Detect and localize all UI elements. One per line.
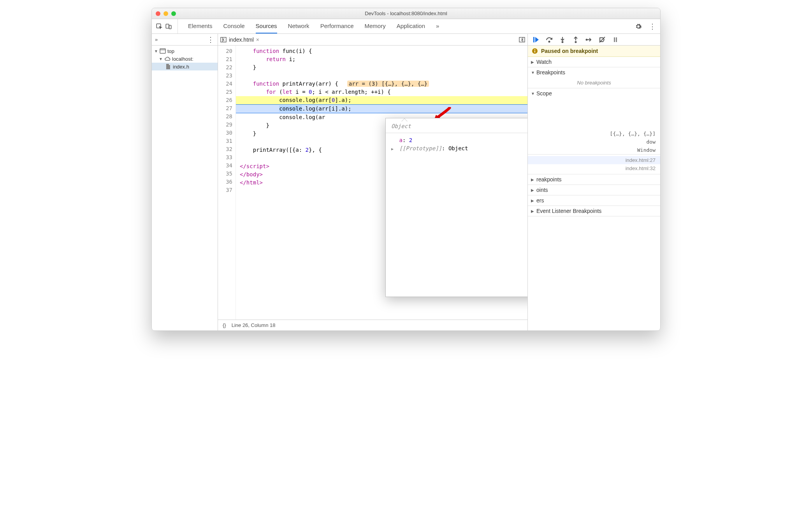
inspect-element-icon[interactable] <box>156 23 163 30</box>
window-titlebar: DevTools - localhost:8080/index.html <box>152 8 660 19</box>
chevron-down-icon: ▼ <box>159 57 163 61</box>
cloud-icon <box>164 56 170 62</box>
cursor-position: Line 26, Column 18 <box>232 322 276 328</box>
code-line[interactable]: console.log(arr[0].a); <box>236 96 527 104</box>
svg-point-19 <box>534 49 535 50</box>
editor-tab-label: index.html <box>229 37 254 43</box>
scope-row[interactable]: [{…}, {…}, {…}] <box>528 130 660 138</box>
main-area: » ⋮ ▼ top ▼ localhost: index.h in <box>152 34 660 330</box>
section-scope-header[interactable]: ▼ Scope <box>528 88 660 98</box>
paused-banner: Paused on breakpoint <box>528 46 660 57</box>
tab-elements[interactable]: Elements <box>188 19 213 33</box>
editor-tabbar: index.html × <box>218 34 527 46</box>
section-xhr-header[interactable]: ▶reakpoints <box>528 174 660 184</box>
tree-file-label: index.h <box>173 64 189 70</box>
code-line[interactable]: } <box>236 63 527 72</box>
section-watch-label: Watch <box>536 59 552 65</box>
svg-rect-2 <box>169 25 171 29</box>
svg-rect-9 <box>533 37 534 42</box>
chevron-down-icon: ▼ <box>154 49 158 53</box>
editor-statusbar: {} Line 26, Column 18 <box>218 320 527 330</box>
section-breakpoints-label: Breakpoints <box>536 69 565 76</box>
tabs-overflow[interactable]: » <box>436 19 439 33</box>
step-out-icon[interactable] <box>572 36 579 43</box>
tab-memory[interactable]: Memory <box>365 19 386 33</box>
svg-rect-1 <box>166 24 169 28</box>
chevron-down-icon: ▼ <box>531 70 535 75</box>
deactivate-breakpoints-icon[interactable] <box>599 36 606 43</box>
callstack-row[interactable]: index.html:27 <box>528 156 660 164</box>
info-icon <box>532 48 538 54</box>
debugger-toolbar <box>528 34 660 46</box>
file-icon <box>165 63 171 70</box>
popover-proto-val: Object <box>448 145 468 151</box>
chevron-down-icon: ▼ <box>531 91 535 96</box>
popover-prop-row: a: 2 <box>391 136 527 144</box>
step-into-icon[interactable] <box>559 36 566 43</box>
popover-proto-label: [[Prototype]] <box>399 145 442 151</box>
step-icon[interactable] <box>585 36 592 43</box>
tab-performance[interactable]: Performance <box>320 19 354 33</box>
value-popover: Object a: 2 ▶ [[Prototype]]: Object <box>385 118 527 297</box>
code-line[interactable]: function func(i) { <box>236 47 527 55</box>
svg-rect-15 <box>614 37 615 42</box>
device-toolbar-icon[interactable] <box>165 23 172 30</box>
step-over-icon[interactable] <box>546 36 553 43</box>
navigator-pane: » ⋮ ▼ top ▼ localhost: index.h <box>152 34 218 330</box>
window-icon <box>160 48 166 54</box>
code-line[interactable]: return i; <box>236 55 527 63</box>
section-breakpoints-header[interactable]: ▼ Breakpoints <box>528 67 660 77</box>
popover-prop-key: a <box>399 137 402 143</box>
svg-point-11 <box>562 41 563 42</box>
editor-pane: index.html × 202122232425262728293031323… <box>218 34 528 330</box>
toggle-debugger-icon[interactable] <box>519 37 525 43</box>
navigator-overflow[interactable]: » <box>155 37 158 42</box>
code-line[interactable]: console.log(arr[i].a); <box>236 104 527 113</box>
editor-tab-index[interactable]: index.html × <box>229 37 259 43</box>
tab-sources[interactable]: Sources <box>256 19 277 33</box>
scope-row[interactable]: Window <box>528 146 660 154</box>
tree-top[interactable]: ▼ top <box>152 47 218 55</box>
tab-console[interactable]: Console <box>223 19 245 33</box>
paused-text: Paused on breakpoint <box>541 48 598 54</box>
debugger-pane: Paused on breakpoint ▶ Watch ▼ Breakpoin… <box>528 34 660 330</box>
line-gutter: 202122232425262728293031323334353637 <box>218 46 236 320</box>
section-event-header[interactable]: ▶Event Listener Breakpoints <box>528 206 660 216</box>
toggle-navigator-icon[interactable] <box>220 37 227 43</box>
section-dom-header[interactable]: ▶oints <box>528 185 660 195</box>
tab-network[interactable]: Network <box>288 19 309 33</box>
code-editor[interactable]: 202122232425262728293031323334353637 fun… <box>218 46 527 320</box>
scope-row[interactable]: dow <box>528 138 660 146</box>
section-watch-header[interactable]: ▶ Watch <box>528 57 660 67</box>
svg-point-12 <box>575 41 576 42</box>
section-scope: ▼ Scope [{…}, {…}, {…}] dow Window <box>528 88 660 155</box>
pause-on-exceptions-icon[interactable] <box>612 36 619 43</box>
code-line[interactable] <box>236 72 527 80</box>
tree-host[interactable]: ▼ localhost: <box>152 55 218 63</box>
tab-application[interactable]: Application <box>397 19 425 33</box>
callstack-row[interactable]: index.html:32 <box>528 164 660 172</box>
section-global-header[interactable]: ▶ers <box>528 195 660 206</box>
popover-title: Object <box>386 118 527 133</box>
section-breakpoints: ▼ Breakpoints No breakpoints <box>528 67 660 88</box>
settings-icon[interactable] <box>635 23 642 30</box>
devtools-toolbar: Elements Console Sources Network Perform… <box>152 19 660 34</box>
svg-point-10 <box>549 41 550 42</box>
svg-rect-18 <box>534 51 535 53</box>
tree-host-label: localhost: <box>172 56 193 62</box>
no-breakpoints-text: No breakpoints <box>528 77 660 88</box>
more-icon[interactable]: ⋮ <box>649 22 656 31</box>
popover-proto-row[interactable]: ▶ [[Prototype]]: Object <box>391 144 527 153</box>
tree-file-index[interactable]: index.h <box>152 63 218 70</box>
tree-top-label: top <box>167 48 174 54</box>
popover-prop-val: 2 <box>409 137 412 143</box>
code-line[interactable]: for (let i = 0; i < arr.length; ++i) { <box>236 88 527 96</box>
window-title: DevTools - localhost:8080/index.html <box>152 11 660 16</box>
code-line[interactable]: function printArray(arr) { arr = (3) [{…… <box>236 80 527 88</box>
pretty-print-icon[interactable]: {} <box>223 322 226 328</box>
close-tab-icon[interactable]: × <box>256 37 259 43</box>
scope-body: [{…}, {…}, {…}] dow Window <box>528 98 660 154</box>
navigator-more-icon[interactable]: ⋮ <box>207 35 214 44</box>
section-scope-label: Scope <box>536 90 552 97</box>
resume-icon[interactable] <box>533 36 540 43</box>
